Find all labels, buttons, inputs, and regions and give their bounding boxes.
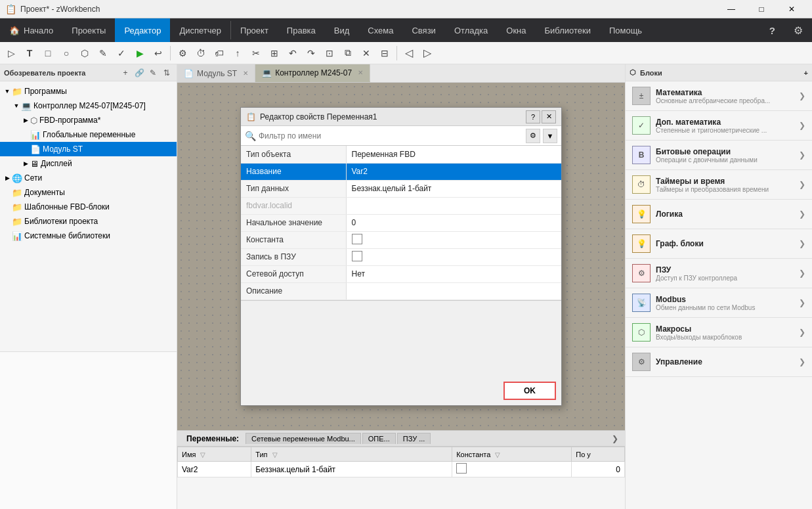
- prop-value[interactable]: Беззнак.целый 1-байт: [346, 180, 561, 197]
- tb-tag[interactable]: 🏷: [211, 45, 228, 62]
- var-tab-modbus[interactable]: Сетевые переменные Modbu...: [246, 433, 361, 444]
- tb-text[interactable]: T: [21, 45, 38, 62]
- filter-arrow-btn[interactable]: ▼: [543, 129, 557, 143]
- modal-close-btn[interactable]: ✕: [542, 110, 556, 123]
- tb-nav-right[interactable]: ▷: [419, 45, 436, 62]
- prop-value[interactable]: Переменная FBD: [346, 146, 561, 163]
- block-eeprom-header[interactable]: ⚙ ПЗУ Доступ к ПЗУ контроллера ❯: [626, 259, 812, 288]
- filter-icon-const[interactable]: ▽: [495, 451, 500, 458]
- settings-button[interactable]: ⚙: [784, 24, 812, 37]
- const-checkbox-table[interactable]: [456, 463, 467, 474]
- editor-canvas[interactable]: 📋 Редактор свойств Переменная1 ? ✕ 🔍 ⚙ ▼: [177, 83, 625, 430]
- tree-module-st[interactable]: 📄 Модуль ST: [0, 142, 177, 156]
- tab-controller[interactable]: 💻 Контроллер М245-07 ✕: [255, 64, 370, 82]
- menu-projects[interactable]: Проекты: [62, 18, 115, 42]
- tb-nav-left[interactable]: ◁: [400, 45, 417, 62]
- tree-display[interactable]: ▶ 🖥 Дисплей: [0, 156, 177, 171]
- block-expand-arrow[interactable]: ❯: [799, 298, 805, 307]
- tb-check[interactable]: ✓: [113, 45, 130, 62]
- sidebar-add-btn[interactable]: +: [119, 67, 131, 79]
- tree-networks[interactable]: ▶ 🌐 Сети: [0, 171, 177, 185]
- tb-undo-arrow[interactable]: ↩: [150, 45, 167, 62]
- menu-debug[interactable]: Отладка: [445, 18, 497, 42]
- prop-row-datatype[interactable]: Тип данных Беззнак.целый 1-байт: [241, 180, 561, 197]
- menu-editor[interactable]: Редактор: [115, 18, 170, 42]
- tab-scroll-right[interactable]: ❯: [609, 434, 621, 443]
- tb-copy2[interactable]: ⊡: [321, 45, 338, 62]
- tb-delete[interactable]: ✕: [358, 45, 375, 62]
- block-graph-header[interactable]: 💡 Граф. блоки ❯: [626, 229, 812, 258]
- menu-project[interactable]: Проект: [231, 18, 278, 42]
- blocks-add-btn[interactable]: +: [804, 69, 808, 77]
- help-button[interactable]: ?: [760, 25, 784, 36]
- prop-value[interactable]: 0: [346, 214, 561, 231]
- var-const[interactable]: [452, 462, 572, 477]
- prop-row-eeprom[interactable]: Запись в ПЗУ: [241, 248, 561, 265]
- tb-run[interactable]: ▶: [131, 45, 148, 62]
- tree-programs[interactable]: ▼ 📁 Программы: [0, 84, 177, 99]
- menu-edit[interactable]: Правка: [278, 18, 325, 42]
- menu-links[interactable]: Связи: [402, 18, 444, 42]
- tree-global-vars[interactable]: 📊 Глобальные переменные: [0, 127, 177, 142]
- filter-icon-name[interactable]: ▽: [200, 451, 205, 458]
- tb-poly[interactable]: ⬡: [76, 45, 93, 62]
- tree-proj-libs[interactable]: 📁 Библиотеки проекта: [0, 214, 177, 229]
- menu-home[interactable]: 🏠 Начало: [0, 18, 62, 42]
- prop-row-network[interactable]: Сетевой доступ Нет: [241, 265, 561, 282]
- const-checkbox[interactable]: [352, 234, 362, 244]
- tb-paste[interactable]: ⧉: [339, 45, 356, 62]
- menu-schema[interactable]: Схема: [358, 18, 402, 42]
- prop-row-const[interactable]: Константа: [241, 231, 561, 248]
- block-logic-header[interactable]: 💡 Логика ❯: [626, 200, 812, 229]
- block-extra-math-header[interactable]: ✓ Доп. математика Степенные и тригономет…: [626, 111, 812, 140]
- menu-dispatcher[interactable]: Диспетчер: [170, 18, 230, 42]
- tb-align[interactable]: ⊟: [376, 45, 393, 62]
- tb-copy[interactable]: ⊞: [266, 45, 283, 62]
- block-expand-arrow[interactable]: ❯: [799, 180, 805, 189]
- prop-row-desc[interactable]: Описание: [241, 282, 561, 299]
- tb-freehand[interactable]: ✎: [95, 45, 112, 62]
- eeprom-checkbox[interactable]: [352, 251, 362, 261]
- filter-settings-btn[interactable]: ⚙: [526, 129, 540, 143]
- block-math-header[interactable]: ± Математика Основные алгебраические пре…: [626, 81, 812, 110]
- prop-value-eeprom[interactable]: [346, 248, 561, 265]
- tb-undo[interactable]: ↶: [284, 45, 301, 62]
- block-expand-arrow[interactable]: ❯: [799, 150, 805, 160]
- block-control-header[interactable]: ⚙ Управление ❯: [626, 347, 812, 376]
- sidebar-link-btn[interactable]: 🔗: [133, 67, 145, 79]
- prop-row-initval[interactable]: Начальное значение 0: [241, 214, 561, 231]
- modal-help-btn[interactable]: ?: [526, 110, 540, 123]
- prop-row-type[interactable]: Тип объекта Переменная FBD: [241, 146, 561, 163]
- filter-input[interactable]: [259, 131, 523, 141]
- sidebar-sort-btn[interactable]: ⇅: [161, 67, 173, 79]
- prop-row-name[interactable]: Название Var2: [241, 163, 561, 180]
- menu-help[interactable]: Помощь: [600, 18, 651, 42]
- tree-template-fbd[interactable]: 📁 Шаблонные FBD-блоки: [0, 200, 177, 214]
- prop-value-network[interactable]: Нет: [346, 265, 561, 282]
- menu-windows[interactable]: Окна: [497, 18, 535, 42]
- minimize-button[interactable]: —: [716, 0, 746, 18]
- close-button[interactable]: ✕: [777, 0, 807, 18]
- tb-scissors[interactable]: ✂: [247, 45, 265, 62]
- sidebar-edit-btn[interactable]: ✎: [147, 67, 159, 79]
- tb-arrow-up[interactable]: ↑: [229, 45, 246, 62]
- tab-module-st[interactable]: 📄 Модуль ST ✕: [177, 64, 255, 82]
- block-timers-header[interactable]: ⏱ Таймеры и время Таймеры и преобразован…: [626, 170, 812, 199]
- block-expand-arrow[interactable]: ❯: [799, 239, 805, 248]
- block-expand-arrow[interactable]: ❯: [799, 357, 805, 366]
- tree-documents[interactable]: 📁 Документы: [0, 185, 177, 200]
- block-expand-arrow[interactable]: ❯: [799, 269, 805, 278]
- tb-rect[interactable]: □: [39, 45, 56, 62]
- ok-button[interactable]: OK: [503, 382, 556, 400]
- prop-value-name[interactable]: Var2: [346, 163, 561, 180]
- tree-controller[interactable]: ▼ 💻 Контроллер М245-07[М245-07]: [0, 99, 177, 113]
- var-tab-pzu[interactable]: ПЗУ ...: [397, 433, 431, 444]
- menu-view[interactable]: Вид: [325, 18, 359, 42]
- tab-close-ctrl[interactable]: ✕: [358, 69, 363, 76]
- block-expand-arrow[interactable]: ❯: [799, 121, 805, 130]
- tb-settings-gear[interactable]: ⚙: [174, 45, 191, 62]
- var-tab-ope[interactable]: ОПЕ...: [362, 433, 396, 444]
- table-row[interactable]: Var2 Беззнак.целый 1-байт 0: [178, 462, 625, 477]
- prop-value-const[interactable]: [346, 231, 561, 248]
- tb-select[interactable]: ▷: [3, 45, 20, 62]
